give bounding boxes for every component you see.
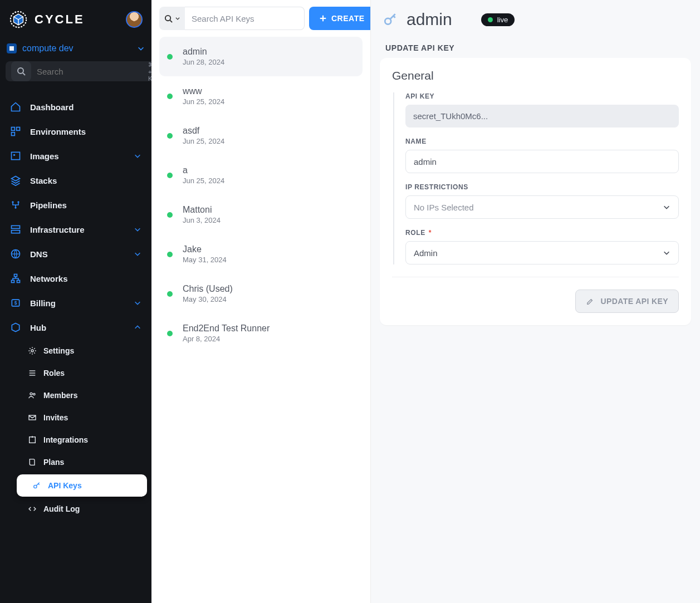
sidebar-search[interactable]: ⌘ + K [6, 61, 151, 81]
code-icon [28, 504, 37, 513]
chevron-down-icon [663, 203, 670, 211]
gear-icon [28, 346, 37, 355]
branch-icon [10, 199, 21, 210]
ip-select-value: No IPs Selected [414, 203, 474, 212]
api-key-name: www [183, 86, 224, 96]
chevron-down-icon [134, 152, 141, 160]
api-key-name: End2End Test Runner [183, 323, 270, 334]
svg-point-13 [13, 154, 15, 156]
brand-name: CYCLE [35, 12, 85, 27]
nav-billing[interactable]: $ Billing [0, 291, 151, 315]
api-key-texts: adminJun 28, 2024 [183, 47, 224, 66]
api-key-row[interactable]: End2End Test RunnerApr 8, 2024 [159, 313, 363, 353]
svg-text:$: $ [14, 300, 17, 306]
list-search-input[interactable] [185, 7, 305, 30]
nav-pipelines[interactable]: Pipelines [0, 193, 151, 217]
chevron-down-icon [134, 225, 141, 233]
nav-dashboard[interactable]: Dashboard [0, 95, 151, 119]
api-key-texts: asdfJun 25, 2024 [183, 126, 224, 145]
name-input[interactable] [405, 150, 679, 173]
svg-point-16 [14, 207, 16, 208]
detail-header: admin live [371, 0, 700, 32]
sub-members[interactable]: Members [12, 384, 151, 406]
nav-networks[interactable]: Networks [0, 266, 151, 291]
cube-icon [10, 322, 21, 333]
update-button[interactable]: UPDATE API KEY [575, 290, 679, 313]
sub-roles[interactable]: Roles [12, 362, 151, 384]
sidebar-search-input[interactable] [37, 67, 143, 76]
svg-rect-32 [30, 437, 36, 443]
hub-selector[interactable]: compute dev [7, 43, 145, 53]
api-key-texts: wwwJun 25, 2024 [183, 86, 224, 106]
api-key-value[interactable]: secret_TUkh0Mc6... [405, 105, 679, 128]
svg-rect-22 [17, 280, 20, 282]
sub-integrations[interactable]: Integrations [12, 429, 151, 451]
api-key-row[interactable]: asdfJun 25, 2024 [159, 116, 363, 155]
nav-stacks[interactable]: Stacks [0, 168, 151, 193]
nav-hub[interactable]: Hub [0, 315, 151, 340]
book-icon [28, 458, 37, 467]
svg-point-25 [31, 350, 33, 352]
filter-button[interactable] [159, 7, 185, 30]
api-key-date: Jun 25, 2024 [183, 137, 224, 145]
api-key-row[interactable]: Chris (Used)May 30, 2024 [159, 274, 363, 313]
api-key-name: Mattoni [183, 205, 221, 215]
network-icon [10, 273, 21, 284]
detail-panel: admin live UPDATE API KEY General API KE… [371, 0, 700, 603]
nav-images[interactable]: Images [0, 144, 151, 168]
status-dot-icon [167, 212, 173, 218]
hub-badge-icon [7, 43, 17, 53]
api-key-row[interactable]: wwwJun 25, 2024 [159, 76, 363, 116]
sub-plans-label: Plans [43, 458, 64, 467]
create-button[interactable]: CREATE [309, 7, 371, 30]
nav-infrastructure[interactable]: Infrastructure [0, 217, 151, 242]
api-key-name: asdf [183, 126, 224, 136]
required-indicator: * [429, 229, 432, 237]
mail-icon [28, 413, 37, 422]
chevron-down-icon [175, 16, 180, 21]
user-avatar[interactable] [126, 11, 143, 28]
api-key-row[interactable]: aJun 25, 2024 [159, 155, 363, 195]
api-key-row[interactable]: adminJun 28, 2024 [159, 37, 363, 76]
create-button-label: CREATE [331, 14, 365, 23]
nav-infrastructure-label: Infrastructure [30, 225, 125, 234]
chevron-down-icon [134, 250, 141, 258]
svg-point-35 [165, 15, 170, 20]
api-key-row[interactable]: JakeMay 31, 2024 [159, 234, 363, 274]
svg-rect-11 [12, 133, 15, 136]
home-icon [10, 101, 21, 112]
sub-api-keys[interactable]: API Keys [17, 474, 147, 497]
hub-selector-left: compute dev [7, 43, 74, 53]
sub-invites[interactable]: Invites [12, 406, 151, 429]
api-key-date: Jun 25, 2024 [183, 97, 224, 106]
main-nav: Dashboard Environments Images Stacks Pip… [0, 91, 151, 531]
dollar-icon: $ [10, 297, 21, 308]
sub-integrations-label: Integrations [43, 435, 88, 444]
nav-environments-label: Environments [30, 127, 141, 136]
label-ip: IP RESTRICTIONS [405, 183, 679, 191]
general-card: General API KEY secret_TUkh0Mc6... NAME … [380, 58, 691, 325]
sub-settings[interactable]: Settings [12, 340, 151, 362]
nav-environments[interactable]: Environments [0, 119, 151, 144]
api-keys-list-panel: CREATE adminJun 28, 2024wwwJun 25, 2024a… [151, 0, 371, 603]
api-key-date: Jun 3, 2024 [183, 216, 221, 224]
sub-plans[interactable]: Plans [12, 451, 151, 473]
svg-rect-9 [12, 128, 15, 131]
ip-select[interactable]: No IPs Selected [405, 195, 679, 219]
api-key-name: Chris (Used) [183, 284, 233, 294]
nav-dns-label: DNS [30, 249, 125, 259]
svg-rect-10 [17, 128, 20, 131]
update-button-label: UPDATE API KEY [600, 297, 668, 306]
api-key-name: admin [183, 47, 224, 57]
api-key-date: May 30, 2024 [183, 295, 233, 303]
api-key-texts: aJun 25, 2024 [183, 165, 224, 185]
sub-api-keys-label: API Keys [48, 481, 82, 490]
sub-audit-log[interactable]: Audit Log [12, 498, 151, 520]
api-key-texts: Chris (Used)May 30, 2024 [183, 284, 233, 303]
form-block: API KEY secret_TUkh0Mc6... NAME IP RESTR… [393, 92, 679, 264]
nav-dns[interactable]: DNS [0, 242, 151, 266]
api-key-row[interactable]: MattoniJun 3, 2024 [159, 195, 363, 234]
svg-point-33 [32, 436, 33, 438]
role-select[interactable]: Admin [405, 241, 679, 264]
users-icon [28, 391, 37, 400]
